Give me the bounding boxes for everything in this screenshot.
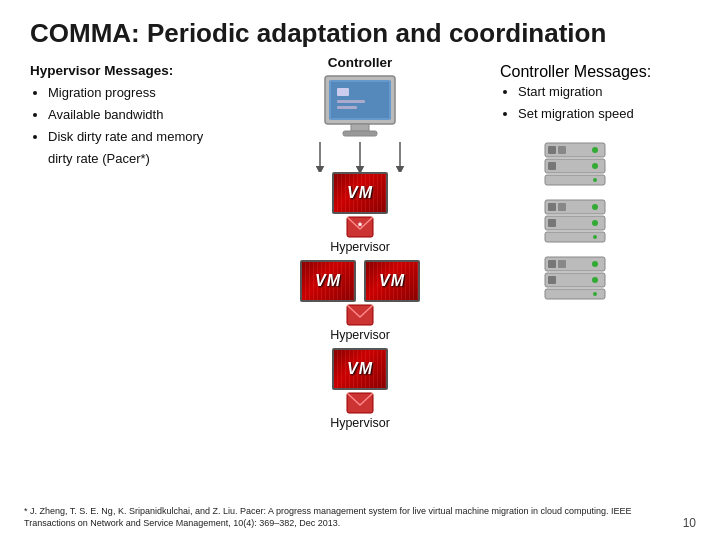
svg-rect-40 <box>548 276 556 284</box>
hypervisor-label-1: Hypervisor <box>330 240 390 254</box>
svg-point-32 <box>592 220 598 226</box>
page-title: COMMA: Periodic adaptation and coordinat… <box>30 18 690 49</box>
list-item: Disk dirty rate and memory dirty rate (P… <box>48 126 220 170</box>
server-icon-2 <box>540 198 610 243</box>
vm-box-3: VM <box>332 348 388 390</box>
svg-rect-2 <box>351 124 369 131</box>
page: COMMA: Periodic adaptation and coordinat… <box>0 0 720 540</box>
controller-label: Controller <box>328 55 393 70</box>
hypervisor-messages-label: Hypervisor Messages: <box>30 63 220 78</box>
svg-rect-28 <box>548 203 556 211</box>
list-item-set-migration-speed: Set migration speed <box>518 103 651 125</box>
svg-rect-6 <box>337 100 365 103</box>
hypervisor-label-2: Hypervisor <box>330 328 390 342</box>
svg-rect-38 <box>558 260 566 268</box>
hypervisor-row-1: VM Hypervisor <box>330 172 390 254</box>
svg-rect-22 <box>548 162 556 170</box>
svg-point-39 <box>592 261 598 267</box>
svg-point-21 <box>592 147 598 153</box>
svg-rect-37 <box>548 260 556 268</box>
right-panel: Controller Messages: Start migration Set… <box>500 63 690 300</box>
hypervisor-row-3: VM Hypervisor <box>330 348 390 430</box>
arrows-down <box>260 142 460 172</box>
svg-rect-20 <box>558 146 566 154</box>
server-icon-1 <box>540 141 610 186</box>
envelope-icon-1 <box>346 216 374 238</box>
list-item: Migration progress <box>48 82 220 104</box>
svg-point-24 <box>593 178 597 182</box>
vm-row-3: VM <box>332 348 388 390</box>
list-item: Available bandwidth <box>48 104 220 126</box>
vm-box: VM <box>332 172 388 214</box>
page-number: 10 <box>683 516 696 530</box>
server-icon-3 <box>540 255 610 300</box>
controller-messages-label: Controller Messages: <box>500 63 651 81</box>
svg-point-30 <box>592 204 598 210</box>
hypervisor-messages-list: Migration progress Available bandwidth D… <box>30 82 220 170</box>
controller-computer-icon <box>315 74 405 144</box>
center-panel: Controller <box>220 55 500 432</box>
svg-point-33 <box>593 235 597 239</box>
svg-rect-5 <box>337 88 349 96</box>
hypervisor-label-3: Hypervisor <box>330 416 390 430</box>
hypervisor-row-2: VM VM Hypervisor <box>300 260 420 342</box>
vm-box-2a: VM <box>300 260 356 302</box>
envelope-icon-2 <box>346 304 374 326</box>
vm-row: VM <box>332 172 388 214</box>
svg-rect-3 <box>343 131 377 136</box>
list-item-start-migration: Start migration <box>518 81 651 103</box>
controller-messages-list: Start migration Set migration speed <box>500 81 651 125</box>
vm-box-2b: VM <box>364 260 420 302</box>
svg-point-42 <box>593 292 597 296</box>
svg-rect-19 <box>548 146 556 154</box>
svg-point-23 <box>592 163 598 169</box>
vm-row-2: VM VM <box>300 260 420 302</box>
svg-rect-29 <box>558 203 566 211</box>
svg-rect-7 <box>337 106 357 109</box>
left-panel: Hypervisor Messages: Migration progress … <box>30 63 220 170</box>
svg-rect-31 <box>548 219 556 227</box>
svg-point-41 <box>592 277 598 283</box>
footnote: * J. Zheng, T. S. E. Ng, K. Sripanidkulc… <box>24 505 660 530</box>
right-server-icons <box>540 141 610 300</box>
envelope-icon-3 <box>346 392 374 414</box>
